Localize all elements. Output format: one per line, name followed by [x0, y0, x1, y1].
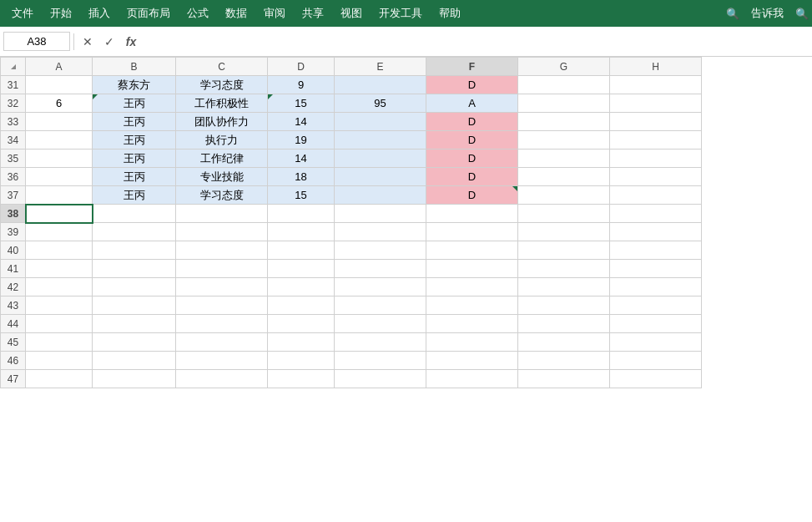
cell-a42[interactable]	[26, 278, 93, 296]
cell-b32[interactable]: 王丙	[93, 94, 176, 113]
cell-a34[interactable]	[26, 131, 93, 150]
row-header-43[interactable]: 43	[1, 296, 26, 315]
row-header-33[interactable]: 33	[1, 113, 26, 131]
cell-h39[interactable]	[610, 223, 702, 241]
cell-g41[interactable]	[518, 260, 610, 278]
cell-c46[interactable]	[176, 352, 268, 370]
cell-b46[interactable]	[93, 352, 176, 370]
cell-g38[interactable]	[518, 205, 610, 223]
cell-d31[interactable]: 9	[268, 76, 335, 94]
cell-b45[interactable]	[93, 333, 176, 352]
cell-a46[interactable]	[26, 352, 93, 370]
cell-a35[interactable]	[26, 150, 93, 168]
cell-b34[interactable]: 王丙	[93, 131, 176, 150]
cell-a47[interactable]	[26, 370, 93, 388]
cell-d39[interactable]	[268, 223, 335, 241]
cell-c35[interactable]: 工作纪律	[176, 150, 268, 168]
cell-g42[interactable]	[518, 278, 610, 296]
cell-b41[interactable]	[93, 260, 176, 278]
cell-a37[interactable]	[26, 186, 93, 205]
row-header-36[interactable]: 36	[1, 168, 26, 186]
cell-h45[interactable]	[610, 333, 702, 352]
row-header-39[interactable]: 39	[1, 223, 26, 241]
cell-e31[interactable]	[335, 76, 426, 94]
menu-start[interactable]: 开始	[42, 3, 80, 24]
cell-h33[interactable]	[610, 113, 702, 131]
cell-d34[interactable]: 19	[268, 131, 335, 150]
cell-a36[interactable]	[26, 168, 93, 186]
cell-g37[interactable]	[518, 186, 610, 205]
formula-input[interactable]	[143, 33, 809, 50]
menu-help[interactable]: 帮助	[431, 3, 469, 24]
cell-b43[interactable]	[93, 296, 176, 315]
menu-view[interactable]: 视图	[332, 3, 371, 24]
cell-a32[interactable]: 6	[26, 94, 93, 113]
menu-insert[interactable]: 插入	[80, 3, 119, 24]
cell-d47[interactable]	[268, 370, 335, 388]
cell-e32[interactable]: 95	[335, 94, 426, 113]
cell-h44[interactable]	[610, 315, 702, 333]
col-header-d[interactable]: D	[268, 58, 335, 76]
menu-formula[interactable]: 公式	[179, 3, 217, 24]
cell-e36[interactable]	[335, 168, 426, 186]
cell-reference-box[interactable]	[3, 32, 70, 51]
row-header-38[interactable]: 38	[1, 205, 26, 223]
cell-b35[interactable]: 王丙	[93, 150, 176, 168]
cell-e41[interactable]	[335, 260, 426, 278]
cell-c38[interactable]	[176, 205, 268, 223]
cell-f42[interactable]	[426, 278, 518, 296]
cell-h47[interactable]	[610, 370, 702, 388]
cell-f36[interactable]: D	[426, 168, 518, 186]
cell-f47[interactable]	[426, 370, 518, 388]
col-header-g[interactable]: G	[518, 58, 610, 76]
cell-e39[interactable]	[335, 223, 426, 241]
cell-h35[interactable]	[610, 150, 702, 168]
cell-a31[interactable]	[26, 76, 93, 94]
row-header-46[interactable]: 46	[1, 352, 26, 370]
cell-c31[interactable]: 学习态度	[176, 76, 268, 94]
cell-g33[interactable]	[518, 113, 610, 131]
cell-c32[interactable]: 工作积极性	[176, 94, 268, 113]
cell-g44[interactable]	[518, 315, 610, 333]
cell-h38[interactable]	[610, 205, 702, 223]
cell-e46[interactable]	[335, 352, 426, 370]
cell-g45[interactable]	[518, 333, 610, 352]
row-header-34[interactable]: 34	[1, 131, 26, 150]
col-header-a[interactable]: A	[26, 58, 93, 76]
cell-e45[interactable]	[335, 333, 426, 352]
col-header-h[interactable]: H	[610, 58, 702, 76]
col-header-e[interactable]: E	[335, 58, 426, 76]
row-header-41[interactable]: 41	[1, 260, 26, 278]
cell-c34[interactable]: 执行力	[176, 131, 268, 150]
cell-g32[interactable]	[518, 94, 610, 113]
cell-a44[interactable]	[26, 315, 93, 333]
cell-e42[interactable]	[335, 278, 426, 296]
cell-e40[interactable]	[335, 241, 426, 260]
cell-e34[interactable]	[335, 131, 426, 150]
cell-h36[interactable]	[610, 168, 702, 186]
cell-c39[interactable]	[176, 223, 268, 241]
search-icon-right[interactable]: 🔍	[795, 8, 809, 20]
cell-b36[interactable]: 王丙	[93, 168, 176, 186]
cell-f43[interactable]	[426, 296, 518, 315]
row-header-47[interactable]: 47	[1, 370, 26, 388]
cell-h41[interactable]	[610, 260, 702, 278]
cell-f34[interactable]: D	[426, 131, 518, 150]
cell-h37[interactable]	[610, 186, 702, 205]
cell-f46[interactable]	[426, 352, 518, 370]
menu-share[interactable]: 共享	[294, 3, 332, 24]
col-header-b[interactable]: B	[93, 58, 176, 76]
col-header-f[interactable]: F	[426, 58, 518, 76]
cell-a40[interactable]	[26, 241, 93, 260]
cell-a41[interactable]	[26, 260, 93, 278]
cell-g46[interactable]	[518, 352, 610, 370]
cell-b47[interactable]	[93, 370, 176, 388]
row-header-37[interactable]: 37	[1, 186, 26, 205]
row-header-35[interactable]: 35	[1, 150, 26, 168]
cell-a33[interactable]	[26, 113, 93, 131]
row-header-31[interactable]: 31	[1, 76, 26, 94]
row-header-45[interactable]: 45	[1, 333, 26, 352]
menu-file[interactable]: 文件	[3, 3, 42, 24]
cell-g34[interactable]	[518, 131, 610, 150]
cell-d40[interactable]	[268, 241, 335, 260]
